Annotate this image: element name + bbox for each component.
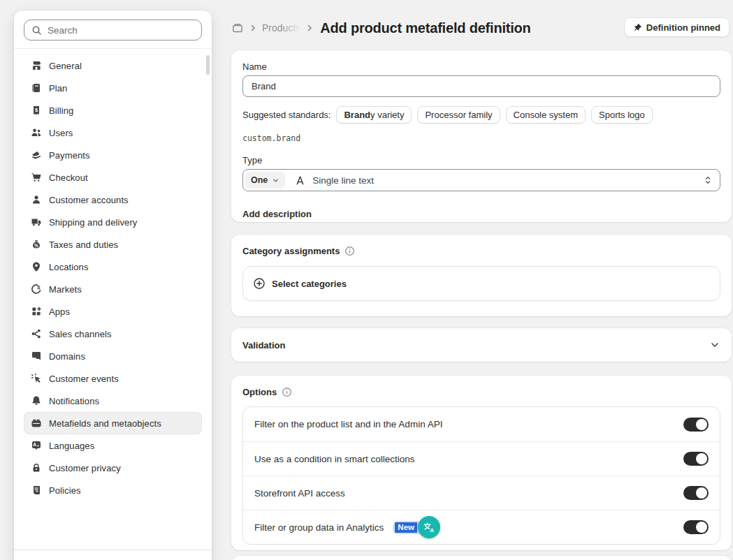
options-list: Filter on the product list and in the Ad… xyxy=(242,406,720,545)
suggested-standard-chip[interactable]: Processor family xyxy=(417,106,500,124)
sidebar-item-sales-channels[interactable]: Sales channels xyxy=(24,323,202,345)
markets-icon: $ xyxy=(31,283,42,295)
info-icon[interactable] xyxy=(344,246,355,256)
suggested-standard-chip[interactable]: Console system xyxy=(506,106,586,124)
sidebar-item-checkout[interactable]: Checkout xyxy=(24,166,202,189)
type-value: Single line text xyxy=(312,175,374,186)
domains-icon xyxy=(31,351,42,362)
type-label: Type xyxy=(242,155,720,165)
svg-text:x: x xyxy=(37,443,39,448)
svg-text:A: A xyxy=(33,442,36,447)
settings-nav: General Plan $ Billing Users Payments Ch… xyxy=(14,49,212,507)
svg-text:%: % xyxy=(34,243,38,248)
sidebar-item-shipping[interactable]: Shipping and delivery xyxy=(24,211,202,233)
definition-pinned-button[interactable]: Definition pinned xyxy=(624,17,730,37)
category-assignments-card: Category assignments Select categories xyxy=(231,235,732,316)
notifications-icon xyxy=(31,395,42,406)
breadcrumb-products-link[interactable]: Products xyxy=(262,22,300,34)
name-input[interactable] xyxy=(242,75,720,97)
customer-accounts-icon xyxy=(31,194,42,205)
name-label: Name xyxy=(242,61,720,72)
customer-events-icon xyxy=(31,373,42,384)
sidebar-item-customer-privacy[interactable]: Customer privacy xyxy=(24,457,202,479)
store-icon xyxy=(31,60,42,71)
toggle-switch[interactable] xyxy=(683,486,709,500)
privacy-icon xyxy=(31,462,42,473)
type-count-dropdown[interactable]: One xyxy=(245,172,285,189)
scrollbar-thumb[interactable] xyxy=(206,55,210,75)
sidebar-item-general[interactable]: General xyxy=(24,54,202,77)
sidebar-item-markets[interactable]: $ Markets xyxy=(24,278,202,300)
definition-card: Name Suggested standards: Brandy variety… xyxy=(231,50,732,222)
option-row: Filter or group data in Analytics New A xyxy=(243,510,720,544)
sidebar-item-notifications[interactable]: Notifications xyxy=(24,390,202,412)
toggle-switch[interactable] xyxy=(683,452,709,466)
sidebar-item-apps[interactable]: Apps xyxy=(24,300,202,323)
category-assignments-title: Category assignments xyxy=(242,246,340,256)
apps-icon xyxy=(31,306,42,317)
suggested-standards-row: Suggested standards: Brandy variety Proc… xyxy=(242,106,720,124)
options-title: Options xyxy=(242,387,277,397)
sidebar-item-customer-events[interactable]: Customer events xyxy=(24,367,202,390)
plus-circle-icon xyxy=(253,277,266,290)
chevron-right-icon xyxy=(305,24,314,32)
sidebar-item-metafields[interactable]: Metafields and metaobjects xyxy=(24,412,202,434)
shipping-icon xyxy=(31,216,42,228)
validation-title: Validation xyxy=(242,340,285,351)
add-description-button[interactable]: Add description xyxy=(242,209,312,219)
options-card: Options Filter on the product list and i… xyxy=(231,376,732,550)
metafields-icon xyxy=(31,418,42,429)
info-icon[interactable] xyxy=(282,387,292,397)
suggested-standard-chip[interactable]: Sports logo xyxy=(591,106,653,124)
search-area xyxy=(14,10,212,49)
plan-icon xyxy=(31,82,42,94)
pin-icon xyxy=(633,23,642,32)
select-updown-icon xyxy=(703,175,713,185)
search-icon xyxy=(31,25,42,36)
sidebar-item-taxes[interactable]: % Taxes and duties xyxy=(24,233,202,256)
namespace-key: custom.brand xyxy=(242,133,720,143)
users-icon xyxy=(31,127,42,138)
sidebar-item-plan[interactable]: Plan xyxy=(24,77,202,99)
toggle-switch[interactable] xyxy=(683,418,709,432)
type-select[interactable]: One Single line text xyxy=(242,169,720,191)
suggested-standards-label: Suggested standards: xyxy=(242,110,331,120)
taxes-icon: % xyxy=(31,239,42,250)
sidebar-item-policies[interactable]: Policies xyxy=(24,479,202,501)
next-card-peek xyxy=(231,556,732,560)
sidebar-item-domains[interactable]: Domains xyxy=(24,345,202,367)
validation-card[interactable]: Validation xyxy=(231,328,732,362)
suggested-standard-chip[interactable]: Brandy variety xyxy=(336,106,412,124)
chevron-down-icon xyxy=(709,339,720,351)
chevron-down-icon xyxy=(272,177,280,184)
option-row: Use as a condition in smart collections … xyxy=(243,441,720,476)
panel-footer-divider xyxy=(14,550,212,550)
option-row: Filter on the product list and in the Ad… xyxy=(243,407,720,441)
select-categories-button[interactable]: Select categories xyxy=(242,266,720,301)
chevron-right-icon xyxy=(249,24,257,32)
sidebar-item-payments[interactable]: Payments xyxy=(24,144,202,166)
sidebar-item-locations[interactable]: Locations xyxy=(24,256,202,278)
sidebar-item-languages[interactable]: Ax Languages xyxy=(24,434,202,457)
sidebar-item-users[interactable]: Users xyxy=(24,121,202,144)
page-title: Add product metafield definition xyxy=(320,20,530,36)
checkout-icon xyxy=(31,172,42,183)
option-row: Storefront API access A xyxy=(243,476,720,510)
sidebar-item-customer-accounts[interactable]: Customer accounts xyxy=(24,189,202,211)
suggested-standards-chips: Brandy variety Processor family Console … xyxy=(336,106,652,124)
sales-channels-icon xyxy=(31,328,42,339)
search-box[interactable] xyxy=(24,20,202,40)
toggle-switch[interactable] xyxy=(683,520,709,534)
search-input[interactable] xyxy=(48,25,194,36)
sidebar-item-billing[interactable]: $ Billing xyxy=(24,99,202,121)
metafields-breadcrumb-icon[interactable] xyxy=(231,22,244,34)
policies-icon xyxy=(31,485,42,496)
languages-icon: Ax xyxy=(31,440,42,451)
settings-panel: General Plan $ Billing Users Payments Ch… xyxy=(14,10,212,560)
translate-icon[interactable]: A xyxy=(418,516,440,538)
billing-icon: $ xyxy=(31,105,42,116)
locations-icon xyxy=(31,261,42,272)
payments-icon xyxy=(31,149,42,161)
type-text-icon xyxy=(295,175,305,186)
svg-text:A: A xyxy=(430,527,434,533)
